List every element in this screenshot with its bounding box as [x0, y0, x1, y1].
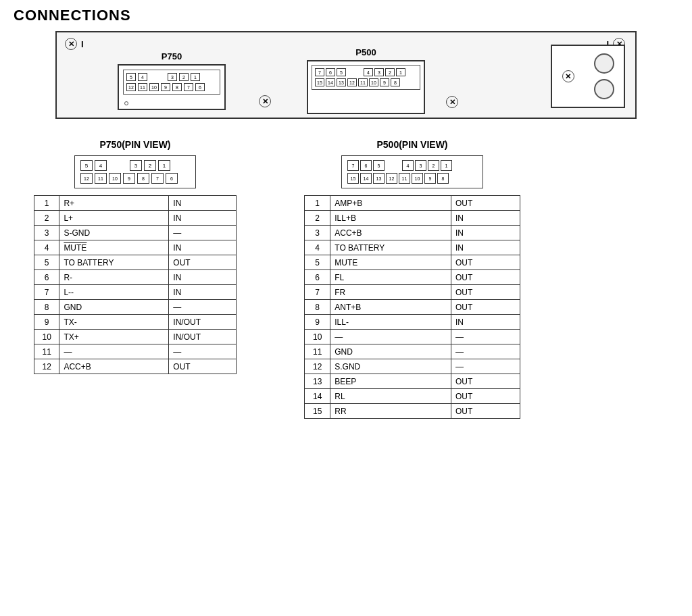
- pin-p5-11: 11: [358, 78, 368, 86]
- circle-icon-top: [594, 53, 614, 74]
- right-x-top: ✕: [562, 70, 574, 82]
- pin-12: 12: [126, 83, 136, 91]
- pin-num: 2: [305, 211, 330, 226]
- pin-name: TX+: [59, 330, 169, 344]
- p500-view-top: 7 6 5 4 3 2 1: [347, 160, 477, 171]
- pin-num: 3: [34, 226, 59, 240]
- p750-table: 1 R+ IN 2 L+ IN 3 S-GND — 4 MUTE IN 5 TO…: [34, 195, 237, 374]
- pin-p5-2: 2: [385, 68, 395, 76]
- pin-num: 11: [34, 344, 59, 359]
- table-row: 3 S-GND —: [34, 226, 237, 240]
- pin-name: R-: [59, 270, 169, 285]
- pin-num: 5: [305, 255, 330, 270]
- pin-name: L--: [59, 285, 169, 300]
- pin-name: L+: [59, 211, 169, 226]
- pin-p5-5: 5: [337, 68, 346, 76]
- pin-4: 4: [138, 73, 147, 81]
- pin-p5-14: 14: [326, 78, 335, 86]
- pin-dir: IN: [451, 240, 520, 255]
- pin-dir: OUT: [451, 285, 520, 300]
- pin-num: 2: [34, 211, 59, 226]
- p750-inner-box: 5 4 3 2 1 12 11 10 9 8 7 6: [123, 70, 220, 95]
- x-mark-mid: ✕: [259, 95, 271, 107]
- pin-dir: IN: [169, 196, 237, 211]
- pin-p5-15: 15: [315, 78, 324, 86]
- pin-name: GND: [59, 300, 169, 315]
- pin-num: 10: [305, 330, 330, 344]
- pin-dir: —: [169, 344, 237, 359]
- pin-1: 1: [191, 73, 200, 81]
- pin-dir: IN/OUT: [169, 330, 237, 344]
- pin-6: 6: [195, 83, 205, 91]
- pin-name: S.GND: [330, 359, 451, 374]
- pin-p5-6: 6: [326, 68, 335, 76]
- p500-pin-view-title: P500(PIN VIEW): [376, 139, 447, 150]
- pin-p5-7: 7: [315, 68, 324, 76]
- table-row: 9 TX- IN/OUT: [34, 315, 237, 330]
- pin-num: 7: [305, 285, 330, 300]
- pin-dir: IN: [451, 315, 520, 330]
- table-row: 12 ACC+B OUT: [34, 359, 237, 374]
- pin-name: RL: [330, 389, 451, 404]
- pin-num: 13: [305, 374, 330, 389]
- pin-name: MUTE: [59, 240, 169, 255]
- p500-table: 1 AMP+B OUT 2 ILL+B IN 3 ACC+B IN 4 TO B…: [304, 195, 520, 419]
- pin-name: —: [330, 330, 451, 344]
- pin-num: 6: [34, 270, 59, 285]
- pin-num: 14: [305, 389, 330, 404]
- pin-name: ACC+B: [330, 226, 451, 240]
- pin-p5-10: 10: [369, 78, 378, 86]
- p750-connector-area: P750 5 4 3 2 1 12 11 10 9 8 7: [118, 51, 226, 110]
- pin-dir: IN: [451, 226, 520, 240]
- pin-dir: OUT: [451, 374, 520, 389]
- pin-dir: OUT: [169, 255, 237, 270]
- p750-pin-diagram: 5 4 3 2 1 12 11 10 9 8 7 6: [74, 155, 196, 188]
- table-row: 2 L+ IN: [34, 211, 237, 226]
- p750-diagram-label: P750: [118, 51, 226, 61]
- pin-10: 10: [149, 83, 159, 91]
- pin-name: ANT+B: [330, 300, 451, 315]
- pin-p5-8: 8: [391, 78, 400, 86]
- pin-num: 12: [305, 359, 330, 374]
- pin-9: 9: [161, 83, 170, 91]
- p750-pin-view-section: P750(PIN VIEW) 5 4 3 2 1 12 11 10 9 8 7 …: [34, 139, 237, 419]
- table-row: 15 RR OUT: [305, 404, 520, 419]
- p750-box: 5 4 3 2 1 12 11 10 9 8 7 6: [118, 64, 226, 110]
- p750-view-top: 5 4 3 2 1: [80, 160, 190, 171]
- pin-name: S-GND: [59, 226, 169, 240]
- table-row: 8 GND —: [34, 300, 237, 315]
- p750-top-row: 5 4 3 2 1: [126, 73, 217, 81]
- pin-dir: —: [451, 359, 520, 374]
- pin-name: ILL+B: [330, 211, 451, 226]
- pin-num: 8: [305, 300, 330, 315]
- pin-dir: IN/OUT: [169, 315, 237, 330]
- table-row: 7 L-- IN: [34, 285, 237, 300]
- p500-bot-row: 15 14 13 12 11 10 9 8: [315, 78, 417, 86]
- p500-inner-box: 7 6 5 4 3 2 1 15 14 13 12 11 10 9: [312, 65, 420, 90]
- pin-name: RR: [330, 404, 451, 419]
- pin-dir: OUT: [451, 404, 520, 419]
- pin-dir: OUT: [451, 255, 520, 270]
- pin-views-container: P750(PIN VIEW) 5 4 3 2 1 12 11 10 9 8 7 …: [34, 139, 678, 419]
- pin-dir: —: [451, 330, 520, 344]
- table-row: 12 S.GND —: [305, 359, 520, 374]
- p500-top-row: 7 6 5 4 3 2 1: [315, 68, 417, 76]
- pin-name: ACC+B: [59, 359, 169, 374]
- pin-num: 15: [305, 404, 330, 419]
- p500-diagram-label: P500: [307, 47, 425, 57]
- pin-dir: OUT: [451, 300, 520, 315]
- pin-dir: OUT: [169, 359, 237, 374]
- pin-dir: —: [451, 344, 520, 359]
- pin-p5-3: 3: [374, 68, 384, 76]
- table-row: 10 TX+ IN/OUT: [34, 330, 237, 344]
- dot-left: [124, 101, 128, 105]
- pin-dir: OUT: [451, 389, 520, 404]
- pin-dir: IN: [169, 285, 237, 300]
- circle-icon-bot: [594, 79, 614, 99]
- p750-view-bot: 12 11 10 9 8 7 6: [80, 173, 190, 184]
- pin-name: TO BATTERY: [330, 240, 451, 255]
- table-row: 2 ILL+B IN: [305, 211, 520, 226]
- p500-connector-area: P500 7 6 5 4 3 2 1 15 14 13 12: [307, 47, 425, 114]
- connector-diagram: ✕ I ✕ I P750 5 4 3 2 1 12 11 10: [55, 31, 637, 119]
- pin-num: 5: [34, 255, 59, 270]
